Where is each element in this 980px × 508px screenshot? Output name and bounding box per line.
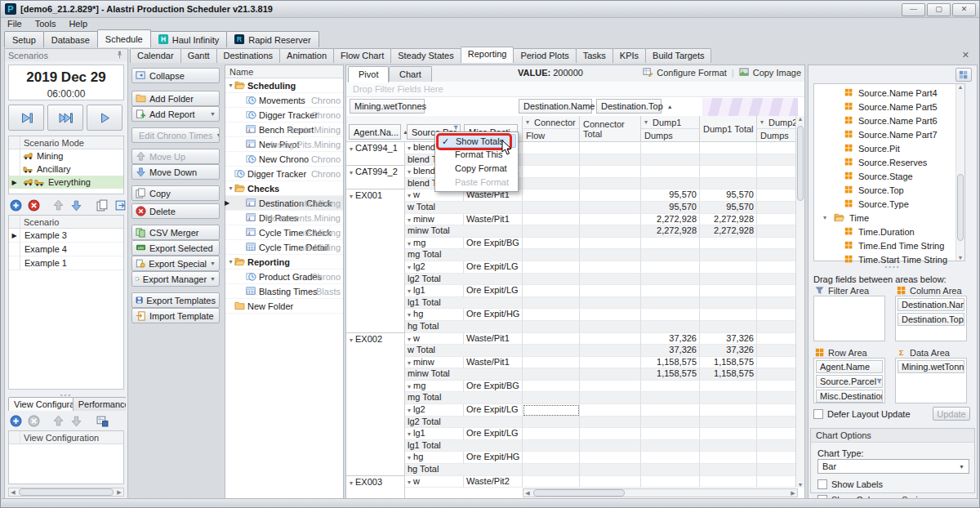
parcel-cell[interactable]: ▾lg1: [405, 285, 464, 297]
dump1-cell[interactable]: 1,158,575: [641, 357, 700, 369]
menu-help[interactable]: Help: [62, 19, 94, 29]
total-label-cell[interactable]: lg1 Total: [405, 440, 523, 452]
flow-cell[interactable]: [523, 297, 580, 310]
flow-cell[interactable]: [523, 345, 580, 357]
agent-group-cell[interactable]: ▾CAT994_1: [346, 142, 405, 166]
dump1-cell[interactable]: [641, 452, 700, 464]
data-field-button[interactable]: Mining.wetTonnes: [350, 99, 425, 114]
tab-haul-infinity[interactable]: HHaul Infinity: [150, 31, 227, 47]
column-header-dump1-total[interactable]: Dump1 Total: [700, 116, 757, 142]
mode-row-mining[interactable]: Mining: [9, 149, 123, 163]
dump1-total-cell[interactable]: [700, 440, 757, 452]
scroll-thumb[interactable]: [797, 126, 804, 201]
subtab-steady-states[interactable]: Steady States: [390, 48, 461, 63]
field-chip[interactable]: Source.Parcel: [816, 375, 883, 388]
dump1-cell[interactable]: [641, 392, 700, 404]
delete-button[interactable]: [26, 413, 42, 428]
play-button[interactable]: [87, 105, 122, 131]
parcel-cell[interactable]: ▾minw: [405, 357, 464, 369]
flow-cell[interactable]: [523, 476, 580, 488]
scroll-thumb[interactable]: [19, 488, 114, 496]
dump1-total-cell[interactable]: [700, 285, 757, 297]
up-button[interactable]: [51, 413, 66, 428]
horizontal-scrollbar[interactable]: ◀ ▶: [8, 488, 124, 497]
tree-item[interactable]: ▾Reporting: [225, 255, 343, 270]
parcel-cell[interactable]: ▾lg2: [405, 404, 464, 417]
dump1-total-cell[interactable]: 2,272,928: [700, 225, 757, 238]
tab-schedule[interactable]: Schedule: [97, 29, 151, 47]
dump1-total-cell[interactable]: [700, 297, 757, 310]
flow-cell[interactable]: [523, 261, 580, 274]
flow-cell[interactable]: [523, 381, 580, 393]
connector-total-cell[interactable]: [580, 333, 641, 345]
dump1-cell[interactable]: 95,570: [641, 202, 700, 214]
menu-file[interactable]: File: [1, 19, 29, 29]
connector-total-cell[interactable]: [580, 381, 641, 393]
flow-cell[interactable]: [523, 285, 580, 297]
copy-image-button[interactable]: Copy Image: [739, 67, 801, 78]
dump1-cell[interactable]: [641, 321, 700, 333]
destination-rule-cell[interactable]: Waste/Pit2: [464, 476, 523, 488]
flow-cell[interactable]: [523, 309, 580, 321]
connector-total-cell[interactable]: [580, 274, 641, 286]
row-area[interactable]: Agent.NameSource.ParcelMisc.DestinationR…: [813, 358, 885, 403]
tree-item[interactable]: Product GradesChrono: [225, 270, 343, 284]
dump2-cell[interactable]: [757, 142, 798, 154]
field-item[interactable]: Source.Stage: [815, 169, 956, 183]
close-button[interactable]: ✕: [952, 3, 976, 16]
flow-cell[interactable]: [523, 357, 580, 369]
dump1-cell[interactable]: [641, 285, 700, 297]
dump1-cell[interactable]: [641, 261, 700, 274]
scenario-row[interactable]: Example 4: [9, 243, 123, 256]
dump1-total-cell[interactable]: [700, 261, 757, 274]
dump1-cell[interactable]: [641, 178, 700, 190]
import-template-button[interactable]: Import Template: [131, 308, 220, 323]
export-templates-button[interactable]: Export Templates: [131, 292, 220, 308]
flow-cell[interactable]: [523, 404, 580, 417]
fast-forward-button[interactable]: [47, 105, 83, 131]
configure-format-button[interactable]: Configure Format: [643, 67, 727, 78]
dump1-total-cell[interactable]: 37,326: [700, 345, 757, 357]
dump2-cell[interactable]: [757, 476, 798, 488]
parcel-cell[interactable]: ▾hg: [405, 452, 464, 464]
dump1-cell[interactable]: [641, 440, 700, 452]
dump2-cell[interactable]: [757, 381, 798, 393]
connector-total-cell[interactable]: [580, 142, 641, 154]
defer-layout-checkbox[interactable]: [813, 409, 823, 419]
up-button[interactable]: [51, 198, 66, 212]
down-button[interactable]: [69, 198, 84, 212]
tree-item[interactable]: Digger TrackerChrono: [225, 167, 343, 181]
field-folder[interactable]: ▾Time: [815, 211, 956, 225]
column-header-connector[interactable]: ▾ConnectorFlow: [523, 116, 580, 142]
flow-cell[interactable]: [523, 321, 580, 333]
dump1-cell[interactable]: [641, 404, 700, 417]
dump1-total-cell[interactable]: [700, 238, 757, 250]
step-forward-button[interactable]: [8, 105, 44, 131]
destination-rule-cell[interactable]: Ore Expit/HG: [464, 309, 523, 321]
flow-cell[interactable]: [523, 225, 580, 238]
field-item[interactable]: Time.End Time String: [815, 238, 956, 252]
dump1-cell[interactable]: 2,272,928: [641, 225, 700, 238]
parcel-cell[interactable]: ▾hg: [405, 309, 464, 321]
dump1-cell[interactable]: [641, 464, 700, 476]
field-item[interactable]: Time.Duration: [815, 225, 956, 238]
dump2-cell[interactable]: [757, 333, 798, 345]
dump1-total-cell[interactable]: [700, 154, 757, 167]
export-manager-button[interactable]: Export Manager▼: [131, 271, 220, 287]
destination-rule-cell[interactable]: Ore Expit/LG: [464, 285, 523, 297]
export-special-button[interactable]: Export Special▼: [131, 256, 220, 271]
subtab-destinations[interactable]: Destinations: [216, 48, 281, 63]
chart-type-select[interactable]: Bar ▼: [817, 459, 969, 474]
flow-cell[interactable]: [523, 333, 580, 345]
dump1-total-cell[interactable]: [700, 309, 757, 321]
scenario-row[interactable]: ▶Example 3: [9, 229, 123, 243]
vertical-scrollbar[interactable]: ▲ ▼: [795, 116, 804, 488]
pin-icon[interactable]: [115, 51, 124, 60]
collapse-button[interactable]: Collapse: [131, 68, 220, 83]
field-item[interactable]: Source.Name Part6: [815, 114, 956, 127]
scroll-down-icon[interactable]: ▼: [796, 482, 804, 488]
total-label-cell[interactable]: w Total: [405, 345, 523, 357]
connector-total-cell[interactable]: [580, 202, 641, 214]
connector-total-cell[interactable]: [580, 476, 641, 488]
agent-group-cell[interactable]: ▾EX001: [346, 189, 405, 332]
